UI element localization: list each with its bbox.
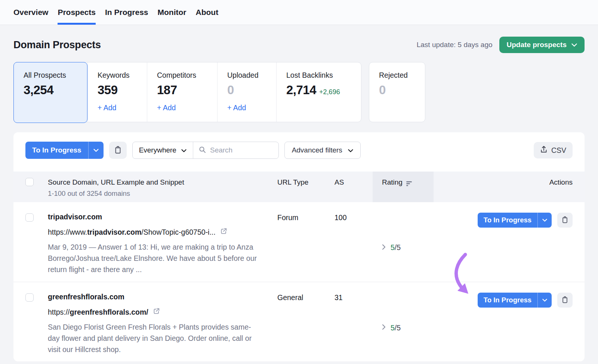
column-source-domain[interactable]: Source Domain, URL Example and Snippet bbox=[48, 178, 277, 186]
row-checkbox[interactable] bbox=[25, 213, 34, 222]
as-value: 100 bbox=[335, 213, 373, 282]
to-in-progress-label[interactable]: To In Progress bbox=[478, 293, 537, 308]
search-box[interactable] bbox=[193, 146, 278, 155]
row-checkbox[interactable] bbox=[25, 293, 34, 302]
select-all-checkbox[interactable] bbox=[25, 178, 34, 186]
source-domain[interactable]: tripadvisor.com bbox=[48, 213, 277, 221]
rating-max: /5 bbox=[395, 243, 401, 252]
rating-value: 5 bbox=[391, 243, 395, 252]
rating-max: /5 bbox=[395, 324, 401, 332]
card-rejected[interactable]: Rejected 0 bbox=[369, 62, 425, 122]
url-prefix: https://www. bbox=[48, 228, 87, 236]
add-uploaded-link[interactable]: + Add bbox=[227, 104, 246, 112]
search-icon bbox=[199, 146, 206, 155]
column-actions: Actions bbox=[434, 172, 573, 186]
tab-about[interactable]: About bbox=[195, 0, 218, 25]
card-value: 0 bbox=[227, 83, 266, 97]
column-url-type[interactable]: URL Type bbox=[277, 172, 335, 186]
action-dropdown[interactable] bbox=[537, 293, 552, 308]
card-label: Lost Backlinks bbox=[286, 71, 351, 80]
chevron-down-icon bbox=[181, 146, 187, 154]
sort-descending-icon[interactable] bbox=[406, 181, 412, 186]
chevron-down-icon bbox=[93, 147, 99, 154]
top-navigation: Overview Prospects In Progress Monitor A… bbox=[0, 0, 598, 25]
url-type-value: General bbox=[277, 293, 335, 361]
table-toolbar: To In Progress Everywhere bbox=[13, 132, 585, 159]
card-value: 359 bbox=[98, 83, 137, 97]
result-range-text: 1-100 out of 3254 domains bbox=[48, 189, 277, 198]
page-header: Domain Prospects Last update: 5 days ago… bbox=[0, 37, 598, 53]
search-input[interactable] bbox=[210, 146, 266, 154]
delete-row-button[interactable] bbox=[557, 213, 573, 228]
prospects-panel: To In Progress Everywhere bbox=[13, 132, 585, 361]
add-competitors-link[interactable]: + Add bbox=[157, 104, 176, 112]
url-snippet: San Diego Florist Green Fresh Florals + … bbox=[48, 321, 260, 355]
tab-overview[interactable]: Overview bbox=[13, 0, 48, 25]
card-uploaded[interactable]: Uploaded 0 + Add bbox=[217, 62, 276, 122]
table-row: tripadvisor.com https://www.tripadvisor.… bbox=[13, 202, 585, 282]
url-suffix: /ShowTopic-g60750-i... bbox=[141, 228, 215, 236]
card-value: 0 bbox=[379, 83, 415, 97]
scope-search-group: Everywhere bbox=[132, 142, 279, 159]
as-value: 31 bbox=[335, 293, 373, 361]
update-prospects-button[interactable]: Update prospects bbox=[499, 37, 585, 53]
card-label: All Prospects bbox=[24, 71, 77, 80]
prospect-source-cards: All Prospects 3,254 Keywords 359 + Add C… bbox=[0, 62, 598, 122]
card-group: All Prospects 3,254 Keywords 359 + Add C… bbox=[13, 62, 361, 122]
card-value: 187 bbox=[157, 83, 207, 97]
action-dropdown[interactable] bbox=[537, 213, 552, 228]
chevron-right-icon[interactable] bbox=[382, 244, 386, 252]
search-scope-select[interactable]: Everywhere bbox=[133, 142, 193, 158]
card-keywords[interactable]: Keywords 359 + Add bbox=[87, 62, 147, 122]
card-delta: +2,696 bbox=[319, 88, 340, 96]
advanced-filters-button[interactable]: Advanced filters bbox=[284, 142, 361, 159]
url-example[interactable]: https://www.tripadvisor.com/ShowTopic-g6… bbox=[48, 228, 216, 237]
bulk-to-in-progress-button[interactable]: To In Progress bbox=[25, 142, 104, 159]
delete-row-button[interactable] bbox=[557, 293, 573, 308]
url-type-value: Forum bbox=[277, 213, 335, 282]
card-label: Competitors bbox=[157, 71, 207, 80]
rating-value: 5 bbox=[391, 324, 395, 332]
card-value: 2,714 bbox=[286, 83, 316, 97]
chevron-down-icon bbox=[542, 217, 547, 223]
url-snippet: Mar 9, 2019 — Answer 1 of 13: Hi, we are… bbox=[48, 241, 260, 275]
url-example[interactable]: https://greenfreshflorals.com/ bbox=[48, 308, 148, 317]
to-in-progress-button[interactable]: To In Progress bbox=[478, 293, 552, 308]
source-domain[interactable]: greenfreshflorals.com bbox=[48, 293, 277, 301]
url-domain: greenfreshflorals.com/ bbox=[70, 308, 148, 316]
tab-prospects[interactable]: Prospects bbox=[58, 0, 96, 25]
last-update-text: Last update: 5 days ago bbox=[417, 41, 493, 49]
update-prospects-label: Update prospects bbox=[507, 41, 567, 49]
card-all-prospects[interactable]: All Prospects 3,254 bbox=[13, 62, 87, 123]
column-as[interactable]: AS bbox=[335, 172, 373, 186]
card-label: Rejected bbox=[379, 71, 415, 80]
table-row: greenfreshflorals.com https://greenfresh… bbox=[13, 282, 585, 361]
chevron-right-icon[interactable] bbox=[382, 324, 386, 331]
column-rating-label: Rating bbox=[382, 178, 403, 186]
tab-monitor[interactable]: Monitor bbox=[158, 0, 187, 25]
card-lost-backlinks[interactable]: Lost Backlinks 2,714 +2,696 bbox=[276, 62, 361, 122]
card-label: Keywords bbox=[98, 71, 137, 80]
external-link-icon[interactable] bbox=[220, 227, 228, 237]
chevron-down-icon bbox=[571, 41, 577, 49]
bulk-delete-button[interactable] bbox=[109, 142, 127, 159]
trash-icon bbox=[561, 296, 568, 305]
column-rating[interactable]: Rating bbox=[373, 172, 434, 202]
card-competitors[interactable]: Competitors 187 + Add bbox=[147, 62, 217, 122]
tab-in-progress[interactable]: In Progress bbox=[105, 0, 148, 25]
export-csv-button[interactable]: CSV bbox=[534, 142, 573, 158]
external-link-icon[interactable] bbox=[152, 307, 160, 317]
search-scope-value: Everywhere bbox=[139, 146, 176, 154]
page-title: Domain Prospects bbox=[13, 39, 101, 51]
to-in-progress-label[interactable]: To In Progress bbox=[478, 213, 537, 228]
table-header-row: Source Domain, URL Example and Snippet 1… bbox=[13, 172, 585, 202]
to-in-progress-button[interactable]: To In Progress bbox=[478, 213, 552, 228]
bulk-action-dropdown[interactable] bbox=[88, 142, 104, 159]
card-label: Uploaded bbox=[227, 71, 266, 80]
add-keywords-link[interactable]: + Add bbox=[98, 104, 116, 112]
bulk-to-in-progress-label[interactable]: To In Progress bbox=[25, 142, 88, 159]
chevron-down-icon bbox=[348, 146, 353, 154]
export-csv-label: CSV bbox=[551, 146, 566, 155]
export-icon bbox=[540, 145, 548, 155]
trash-icon bbox=[114, 145, 122, 155]
